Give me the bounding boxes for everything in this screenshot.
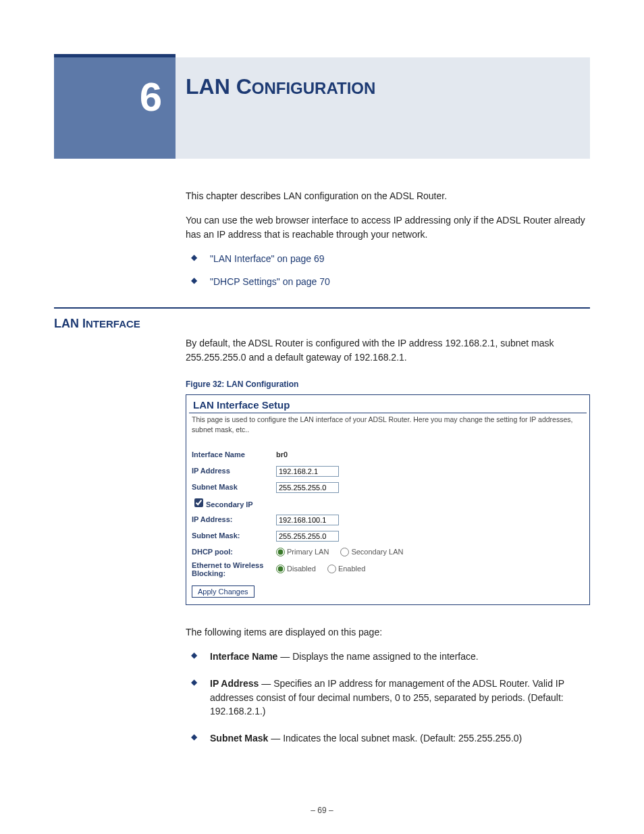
item-desc: — Displays the name assigned to the inte… bbox=[277, 651, 478, 662]
item-subnet-mask: Subnet Mask — Indicates the local subnet… bbox=[186, 731, 590, 745]
section-divider bbox=[54, 307, 590, 309]
checkbox-secondary-ip[interactable] bbox=[194, 498, 203, 507]
label-dhcp-pool: DHCP pool: bbox=[192, 547, 276, 558]
row-subnet-mask: Subnet Mask bbox=[192, 480, 584, 495]
chapter-title: LAN CONFIGURATION bbox=[186, 74, 375, 99]
chapter-number-block: 6 bbox=[54, 54, 176, 159]
toc-item-lan-interface[interactable]: "LAN Interface" on page 69 bbox=[186, 252, 590, 265]
input-ip-address2[interactable] bbox=[276, 515, 339, 525]
label-interface-name: Interface Name bbox=[192, 450, 276, 461]
value-interface-name: br0 bbox=[276, 450, 288, 461]
row-subnet-mask2: Subnet Mask: bbox=[192, 529, 584, 544]
row-ip-address: IP Address bbox=[192, 464, 584, 479]
item-desc: — Indicates the local subnet mask. (Defa… bbox=[268, 733, 522, 744]
section-head-smallcaps: NTERFACE bbox=[86, 318, 140, 330]
label-secondary-ip: Secondary IP bbox=[192, 496, 276, 511]
item-ip-address: IP Address — Specifies an IP address for… bbox=[186, 677, 590, 718]
items-list: Interface Name — Displays the name assig… bbox=[186, 650, 590, 745]
input-subnet-mask2[interactable] bbox=[276, 531, 339, 542]
chapter-title-main: LAN C bbox=[186, 74, 252, 99]
section-body: By default, the ADSL Router is configure… bbox=[186, 336, 590, 745]
chapter-number: 6 bbox=[140, 74, 162, 120]
apply-changes-button[interactable]: Apply Changes bbox=[192, 585, 254, 598]
page-number: – 69 – bbox=[0, 806, 644, 815]
item-interface-name: Interface Name — Displays the name assig… bbox=[186, 650, 590, 663]
radio-label-dhcp-secondary: Secondary LAN bbox=[351, 548, 403, 556]
row-ip-address2: IP Address: bbox=[192, 513, 584, 527]
section-p1: By default, the ADSL Router is configure… bbox=[186, 336, 590, 364]
row-secondary-ip: Secondary IP bbox=[192, 496, 584, 511]
chapter-title-smallcaps: ONFIGURATION bbox=[252, 79, 376, 97]
screenshot-form: Interface Name br0 IP Address Subnet Mas… bbox=[186, 448, 589, 604]
radio-block-enabled[interactable] bbox=[327, 565, 336, 573]
label-subnet-mask: Subnet Mask bbox=[192, 482, 276, 493]
radio-block-disabled[interactable] bbox=[276, 565, 285, 573]
section-head-main: LAN I bbox=[54, 317, 86, 330]
toc-link: "LAN Interface" on page 69 bbox=[210, 253, 325, 264]
label-ip-address: IP Address bbox=[192, 466, 276, 477]
radio-dhcp-primary[interactable] bbox=[276, 548, 285, 556]
radio-label-block-disabled: Disabled bbox=[287, 565, 316, 573]
intro-p2: You can use the web browser interface to… bbox=[186, 213, 590, 241]
row-dhcp-pool: DHCP pool: Primary LAN Secondary LAN bbox=[192, 545, 584, 560]
intro-p1: This chapter describes LAN configuration… bbox=[186, 189, 590, 203]
item-name: Interface Name bbox=[210, 651, 277, 662]
chapter-title-bar bbox=[176, 57, 590, 159]
toc-item-dhcp-settings[interactable]: "DHCP Settings" on page 70 bbox=[186, 275, 590, 288]
section-heading-lan-interface: LAN INTERFACE bbox=[54, 317, 590, 331]
label-eth-wifi-block: Ethernet to Wireless Blocking: bbox=[192, 561, 276, 577]
intro-body: This chapter describes LAN configuration… bbox=[186, 189, 590, 288]
item-name: IP Address bbox=[210, 678, 259, 689]
input-ip-address[interactable] bbox=[276, 466, 339, 477]
document-page: 6 LAN CONFIGURATION This chapter describ… bbox=[0, 0, 644, 834]
radio-label-block-enabled: Enabled bbox=[338, 565, 365, 573]
chapter-header: 6 LAN CONFIGURATION bbox=[54, 54, 590, 155]
radio-label-dhcp-primary: Primary LAN bbox=[287, 548, 329, 556]
screenshot-description: This page is used to configure the LAN i… bbox=[186, 413, 589, 447]
label-subnet-mask2: Subnet Mask: bbox=[192, 531, 276, 542]
item-desc: — Specifies an IP address for management… bbox=[210, 678, 564, 716]
toc-link: "DHCP Settings" on page 70 bbox=[210, 276, 330, 287]
label-secondary-ip-text: Secondary IP bbox=[206, 500, 253, 509]
eth-wifi-block-options: Disabled Enabled bbox=[276, 564, 375, 575]
figure-caption: Figure 32: LAN Configuration bbox=[186, 379, 590, 390]
toc-list: "LAN Interface" on page 69 "DHCP Setting… bbox=[186, 252, 590, 289]
input-subnet-mask[interactable] bbox=[276, 482, 339, 493]
radio-dhcp-secondary[interactable] bbox=[340, 548, 349, 556]
row-interface-name: Interface Name br0 bbox=[192, 448, 584, 463]
item-name: Subnet Mask bbox=[210, 733, 268, 744]
dhcp-pool-options: Primary LAN Secondary LAN bbox=[276, 547, 412, 558]
label-ip-address2: IP Address: bbox=[192, 515, 276, 525]
embedded-screenshot: LAN Interface Setup This page is used to… bbox=[186, 394, 590, 604]
row-eth-wifi-block: Ethernet to Wireless Blocking: Disabled … bbox=[192, 561, 584, 577]
items-intro: The following items are displayed on thi… bbox=[186, 625, 590, 639]
screenshot-title: LAN Interface Setup bbox=[189, 395, 587, 413]
